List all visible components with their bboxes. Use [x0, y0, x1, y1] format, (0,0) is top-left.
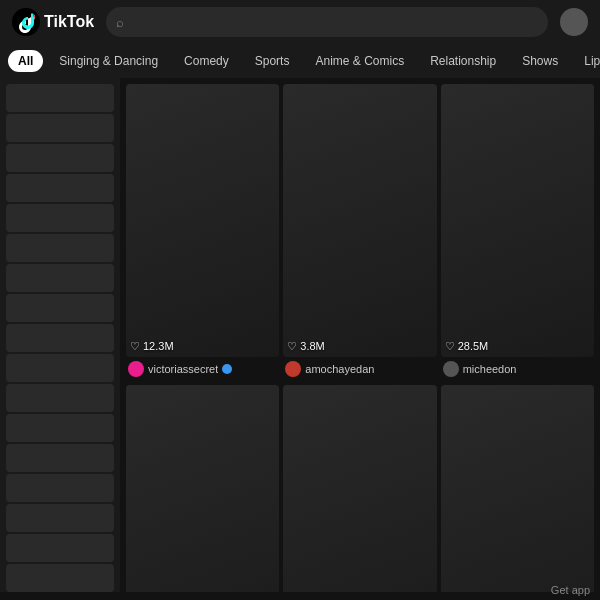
sidebar-item-4[interactable] [6, 204, 114, 232]
heart-icon: ♡ [130, 340, 140, 353]
logo-text: TikTok [44, 13, 94, 31]
sidebar-item-15[interactable] [6, 534, 114, 562]
content-area: ♡12.3Mvictoriassecret♡3.8Mamochayedan♡28… [0, 78, 600, 592]
filter-tab-sports[interactable]: Sports [245, 50, 300, 72]
sidebar-item-9[interactable] [6, 354, 114, 382]
video-thumbnail-4[interactable]: ♡1.6M [283, 385, 436, 592]
sidebar-item-0[interactable] [6, 84, 114, 112]
video-author-0: victoriassecret [126, 357, 279, 381]
author-name-1: amochayedan [305, 363, 374, 375]
author-avatar-1 [285, 361, 301, 377]
video-author-1: amochayedan [283, 357, 436, 381]
video-stats-2: ♡28.5M [445, 340, 489, 353]
sidebar-item-12[interactable] [6, 444, 114, 472]
logo-area: TikTok [12, 8, 94, 36]
video-card-0: ♡12.3Mvictoriassecret [126, 84, 279, 381]
video-thumbnail-1[interactable]: ♡3.8M [283, 84, 436, 357]
filter-bar: AllSinging & DancingComedySportsAnime & … [0, 44, 600, 78]
filter-tab-relationship[interactable]: Relationship [420, 50, 506, 72]
like-count-0: 12.3M [143, 340, 174, 352]
video-stats-0: ♡12.3M [130, 340, 174, 353]
video-author-2: micheedon [441, 357, 594, 381]
sidebar-item-2[interactable] [6, 144, 114, 172]
filter-tab-lipsy[interactable]: Lipsy [574, 50, 600, 72]
video-card-3: ♡826.4Kunitynecklace [126, 385, 279, 592]
main-grid: ♡12.3Mvictoriassecret♡3.8Mamochayedan♡28… [120, 78, 600, 592]
video-thumbnail-0[interactable]: ♡12.3M [126, 84, 279, 357]
video-thumbnail-3[interactable]: ♡826.4K [126, 385, 279, 592]
like-count-1: 3.8M [300, 340, 324, 352]
get-app-label[interactable]: Get app [551, 584, 590, 596]
video-card-4: ♡1.6Mshadecore [283, 385, 436, 592]
sidebar-item-3[interactable] [6, 174, 114, 202]
filter-tab-anime-comics[interactable]: Anime & Comics [305, 50, 414, 72]
sidebar [0, 78, 120, 592]
sidebar-item-1[interactable] [6, 114, 114, 142]
header: TikTok ⌕ [0, 0, 600, 44]
tiktok-logo-icon [12, 8, 40, 36]
sidebar-item-7[interactable] [6, 294, 114, 322]
filter-tab-singing-dancing[interactable]: Singing & Dancing [49, 50, 168, 72]
sidebar-item-16[interactable] [6, 564, 114, 592]
author-avatar-0 [128, 361, 144, 377]
video-thumbnail-2[interactable]: ♡28.5M [441, 84, 594, 357]
sidebar-item-10[interactable] [6, 384, 114, 412]
sidebar-item-8[interactable] [6, 324, 114, 352]
author-name-0: victoriassecret [148, 363, 218, 375]
video-card-2: ♡28.5Mmicheedon [441, 84, 594, 381]
like-count-2: 28.5M [458, 340, 489, 352]
author-name-2: micheedon [463, 363, 517, 375]
avatar[interactable] [560, 8, 588, 36]
filter-tab-comedy[interactable]: Comedy [174, 50, 239, 72]
sidebar-item-13[interactable] [6, 474, 114, 502]
sidebar-item-6[interactable] [6, 264, 114, 292]
search-bar[interactable]: ⌕ [106, 7, 548, 37]
verified-badge-0 [222, 364, 232, 374]
filter-tab-shows[interactable]: Shows [512, 50, 568, 72]
video-card-1: ♡3.8Mamochayedan [283, 84, 436, 381]
get-app-footer: Get app [551, 584, 590, 596]
sidebar-item-14[interactable] [6, 504, 114, 532]
heart-icon: ♡ [287, 340, 297, 353]
video-stats-1: ♡3.8M [287, 340, 324, 353]
search-icon: ⌕ [116, 15, 124, 30]
author-avatar-2 [443, 361, 459, 377]
sidebar-item-5[interactable] [6, 234, 114, 262]
search-input[interactable] [130, 15, 538, 30]
filter-tab-all[interactable]: All [8, 50, 43, 72]
video-thumbnail-5[interactable]: ♡8.6M [441, 385, 594, 592]
sidebar-item-11[interactable] [6, 414, 114, 442]
video-card-5: ♡8.6Mmrbeast [441, 385, 594, 592]
heart-icon: ♡ [445, 340, 455, 353]
